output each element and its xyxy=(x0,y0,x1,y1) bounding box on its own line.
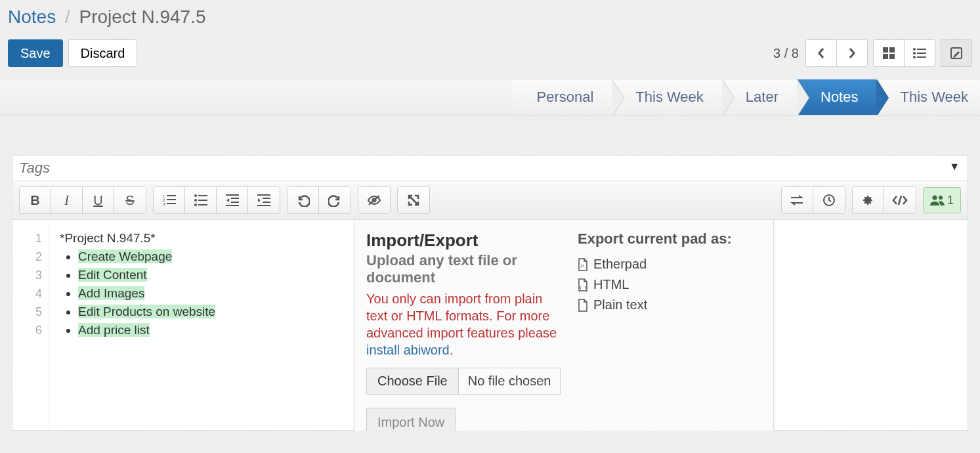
view-kanban-button[interactable] xyxy=(873,39,905,67)
unordered-list-icon xyxy=(194,194,207,206)
users-online[interactable]: 1 xyxy=(923,187,961,213)
indent-button[interactable] xyxy=(248,187,280,213)
tags-input[interactable] xyxy=(19,160,961,177)
clock-icon xyxy=(822,194,836,207)
svg-point-36 xyxy=(939,196,943,200)
pager-text: 3 / 8 xyxy=(773,46,799,61)
indent-icon xyxy=(257,194,270,206)
file-html-icon xyxy=(578,278,588,291)
chevron-right-icon xyxy=(848,47,856,59)
svg-point-17 xyxy=(194,194,197,197)
bold-button[interactable]: B xyxy=(20,187,51,213)
users-count: 1 xyxy=(947,194,954,207)
svg-point-4 xyxy=(913,48,916,51)
tab-personal[interactable]: Personal xyxy=(513,79,612,115)
view-list-button[interactable] xyxy=(904,39,935,67)
svg-point-6 xyxy=(913,52,916,54)
export-plaintext[interactable]: Plain text xyxy=(578,295,761,315)
italic-button[interactable]: I xyxy=(51,187,83,213)
strike-icon: S xyxy=(125,193,134,208)
outdent-button[interactable] xyxy=(217,187,248,213)
export-heading: Export current pad as: xyxy=(578,230,761,248)
popup-warning: You only can import from plain text or H… xyxy=(366,290,565,358)
svg-point-21 xyxy=(194,204,197,206)
code-icon xyxy=(892,195,908,205)
svg-rect-26 xyxy=(226,205,239,206)
svg-rect-5 xyxy=(917,49,926,50)
fullscreen-button[interactable] xyxy=(398,187,429,213)
grid-icon xyxy=(883,47,895,59)
stage-tabs: Personal This Week Later Notes This Week xyxy=(0,79,980,116)
users-icon xyxy=(930,195,945,205)
ordered-list-icon: 123 xyxy=(163,194,176,206)
editor-toolbar: B I U S 123 xyxy=(12,181,968,220)
tab-this-week-2[interactable]: This Week xyxy=(876,79,980,115)
svg-rect-2 xyxy=(883,54,888,59)
install-abiword-link[interactable]: install abiword xyxy=(366,343,450,357)
file-chosen-text: No file chosen xyxy=(459,368,561,394)
svg-rect-18 xyxy=(198,195,207,196)
svg-rect-29 xyxy=(263,202,270,203)
file-text-icon xyxy=(578,299,588,312)
svg-rect-25 xyxy=(231,202,239,203)
discard-button[interactable]: Discard xyxy=(68,39,138,67)
tags-row: ▼ xyxy=(12,156,968,181)
view-edit-button[interactable] xyxy=(941,39,972,67)
file-input-row: Choose File No file chosen xyxy=(366,368,561,395)
pager-prev-button[interactable] xyxy=(805,39,837,67)
svg-text:3: 3 xyxy=(163,202,165,206)
svg-rect-3 xyxy=(889,54,895,59)
edit-icon xyxy=(950,47,962,59)
tab-this-week[interactable]: This Week xyxy=(612,79,722,115)
svg-point-8 xyxy=(913,56,916,58)
svg-rect-28 xyxy=(263,198,270,199)
underline-button[interactable]: U xyxy=(83,187,114,213)
italic-icon: I xyxy=(64,193,69,208)
eye-slash-icon xyxy=(367,194,381,206)
embed-button[interactable] xyxy=(884,187,916,213)
choose-file-button[interactable]: Choose File xyxy=(367,368,459,394)
undo-icon xyxy=(297,194,310,207)
svg-point-19 xyxy=(194,199,197,202)
outdent-icon xyxy=(226,194,239,206)
pager-next-button[interactable] xyxy=(836,39,868,67)
svg-rect-9 xyxy=(917,56,926,58)
redo-icon xyxy=(328,194,341,207)
redo-button[interactable] xyxy=(319,187,351,213)
popup-subheading: Upload any text file or document xyxy=(366,252,565,286)
file-etherpad-icon: P xyxy=(578,258,588,271)
breadcrumb-root[interactable]: Notes xyxy=(8,7,56,27)
svg-rect-23 xyxy=(226,194,239,196)
import-export-panel: Import/Export Upload any text file or do… xyxy=(354,220,774,431)
svg-rect-27 xyxy=(257,194,270,196)
ordered-list-button[interactable]: 123 xyxy=(154,187,185,213)
save-button[interactable]: Save xyxy=(8,39,63,67)
bold-icon: B xyxy=(30,193,39,208)
unordered-list-button[interactable] xyxy=(185,187,217,213)
export-etherpad[interactable]: P Etherpad xyxy=(578,254,761,274)
import-now-button[interactable]: Import Now xyxy=(366,408,456,431)
settings-button[interactable] xyxy=(853,187,884,213)
line-gutter: 1 2 3 4 5 6 xyxy=(12,220,49,430)
svg-rect-20 xyxy=(198,200,207,201)
svg-rect-14 xyxy=(167,199,176,200)
clear-authorship-button[interactable] xyxy=(358,187,390,213)
popup-heading: Import/Export xyxy=(366,230,565,251)
import-export-button[interactable] xyxy=(782,187,813,213)
note-card: ▼ B I U S 123 xyxy=(12,155,968,431)
svg-rect-1 xyxy=(889,47,895,53)
export-html[interactable]: HTML xyxy=(578,274,761,295)
svg-line-33 xyxy=(410,196,417,204)
svg-point-35 xyxy=(932,196,937,200)
timeline-button[interactable] xyxy=(813,187,845,213)
pager: 3 / 8 xyxy=(773,39,972,67)
swap-icon xyxy=(790,195,804,205)
strike-button[interactable]: S xyxy=(114,187,146,213)
undo-button[interactable] xyxy=(288,187,319,213)
chevron-left-icon xyxy=(817,47,825,59)
svg-text:P: P xyxy=(581,264,584,269)
underline-icon: U xyxy=(93,193,102,208)
breadcrumb-sep: / xyxy=(61,7,74,27)
tags-dropdown-caret[interactable]: ▼ xyxy=(949,161,960,173)
svg-rect-24 xyxy=(231,198,239,199)
